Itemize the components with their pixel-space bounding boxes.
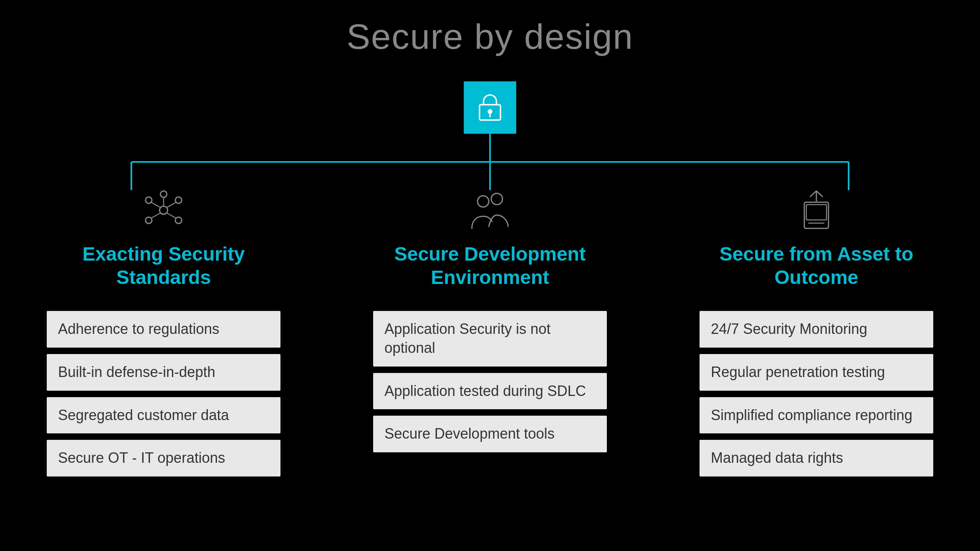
svg-point-10 bbox=[145, 217, 152, 224]
svg-point-12 bbox=[145, 197, 152, 203]
top-lock-icon-box bbox=[464, 81, 516, 134]
col2-title: Secure Development Environment bbox=[373, 242, 607, 291]
list-item: Segregated customer data bbox=[47, 397, 280, 434]
col1-items: Adherence to regulations Built-in defens… bbox=[47, 311, 280, 476]
svg-point-11 bbox=[175, 217, 182, 224]
list-item: Simplified compliance reporting bbox=[700, 397, 933, 434]
lock-icon bbox=[476, 93, 504, 122]
column-1: Exacting Security Standards Adherence to… bbox=[47, 190, 280, 476]
list-item: Managed data rights bbox=[700, 440, 933, 476]
svg-point-20 bbox=[491, 193, 502, 205]
svg-point-19 bbox=[478, 196, 489, 207]
network-icon bbox=[139, 190, 188, 230]
svg-rect-21 bbox=[804, 202, 828, 228]
list-item: Secure Development tools bbox=[373, 416, 607, 452]
connector-lines bbox=[47, 134, 933, 190]
column-3: Secure from Asset to Outcome 24/7 Securi… bbox=[700, 190, 933, 476]
svg-point-8 bbox=[160, 206, 168, 214]
svg-line-18 bbox=[167, 203, 176, 207]
list-item: Secure OT - IT operations bbox=[47, 440, 280, 476]
col3-items: 24/7 Security Monitoring Regular penetra… bbox=[700, 311, 933, 476]
svg-point-9 bbox=[160, 191, 167, 197]
list-item: Built-in defense-in-depth bbox=[47, 354, 280, 391]
list-item: 24/7 Security Monitoring bbox=[700, 311, 933, 348]
svg-line-16 bbox=[167, 213, 176, 218]
diagram-container: Secure by design bbox=[0, 16, 980, 476]
svg-rect-22 bbox=[806, 205, 826, 220]
list-item: Application Security is not optional bbox=[373, 311, 607, 367]
col3-title: Secure from Asset to Outcome bbox=[700, 242, 933, 291]
list-item: Adherence to regulations bbox=[47, 311, 280, 348]
list-item: Application tested during SDLC bbox=[373, 373, 607, 410]
users-icon bbox=[466, 190, 514, 230]
upload-icon bbox=[792, 190, 841, 230]
page-title: Secure by design bbox=[347, 16, 633, 57]
svg-line-17 bbox=[152, 203, 160, 207]
svg-point-1 bbox=[488, 109, 492, 114]
col2-items: Application Security is not optional App… bbox=[373, 311, 607, 452]
columns-container: Exacting Security Standards Adherence to… bbox=[47, 190, 933, 476]
svg-point-13 bbox=[175, 197, 182, 203]
col1-title: Exacting Security Standards bbox=[47, 242, 280, 291]
svg-line-15 bbox=[152, 213, 160, 218]
column-2: Secure Development Environment Applicati… bbox=[373, 190, 607, 452]
list-item: Regular penetration testing bbox=[700, 354, 933, 391]
